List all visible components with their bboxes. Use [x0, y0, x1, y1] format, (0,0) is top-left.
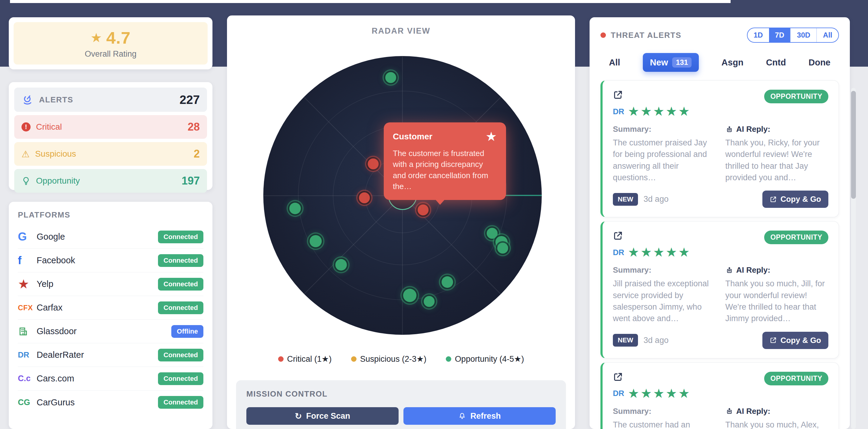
opportunity-badge: OPPORTUNITY: [764, 231, 828, 244]
threat-alert-card[interactable]: OPPORTUNITY DR ★★★★★ Summary: Jill prais…: [600, 221, 839, 358]
overall-rating-card: ★ 4.7 Overall Rating: [9, 17, 213, 69]
scrollbar-thumb[interactable]: [851, 91, 856, 199]
alert-row-suspicious[interactable]: ⚠ Suspicious 2: [14, 142, 207, 166]
external-link-icon: [770, 337, 777, 344]
star-rating: ★★★★★: [628, 105, 691, 118]
radar-dish-icon: [22, 94, 34, 106]
radar-dot-opportunity[interactable]: [424, 296, 435, 307]
alert-row-opportunity[interactable]: Opportunity 197: [14, 169, 207, 193]
legend-opportunity-dot: [446, 356, 451, 362]
critical-count: 28: [188, 121, 200, 133]
dealerrater-icon: DR: [18, 350, 37, 360]
timestamp: 3d ago: [644, 195, 762, 204]
platform-row-yelp[interactable]: ★ Yelp Connected: [18, 273, 204, 296]
legend-label: Opportunity (4-5★): [455, 354, 524, 364]
top-header-strip: [10, 0, 731, 3]
platform-tag-dr: DR: [613, 107, 624, 116]
refresh-button[interactable]: Refresh: [403, 407, 556, 425]
robot-icon: [725, 266, 733, 274]
platform-name: Cars.com: [37, 374, 158, 383]
status-badge: Connected: [158, 278, 204, 290]
platforms-title: PLATFORMS: [18, 210, 204, 220]
tab-cntd[interactable]: Cntd: [766, 58, 786, 67]
platform-row-cargurus[interactable]: CG CarGurus Connected: [18, 391, 204, 414]
ai-reply-label: AI Reply:: [725, 407, 828, 416]
radar-display[interactable]: SP Customer ★ The customer is frustrated…: [263, 56, 542, 335]
ai-reply-text: Thank you so much, Jill, for your wonder…: [725, 278, 828, 324]
external-link-icon[interactable]: [613, 90, 623, 100]
legend-opportunity: Opportunity (4-5★): [446, 354, 524, 364]
radar-dot-opportunity[interactable]: [289, 203, 301, 214]
platform-row-carscom[interactable]: C.c Cars.com Connected: [18, 367, 204, 391]
time-filter-group: 1D 7D 30D All: [747, 28, 839, 43]
platform-name: DealerRater: [37, 350, 158, 360]
radar-view-title: RADAR VIEW: [227, 16, 575, 36]
radar-tooltip[interactable]: Customer ★ The customer is frustrated wi…: [384, 122, 506, 200]
platform-row-glassdoor[interactable]: Glassdoor Offline: [18, 320, 204, 343]
platform-name: Glassdoor: [37, 326, 171, 336]
platform-row-facebook[interactable]: f Facebook Connected: [18, 249, 204, 273]
rating-star-icon: ★: [91, 31, 103, 44]
alerts-total: 227: [180, 93, 200, 107]
refresh-arrow-icon: ↻: [295, 411, 302, 421]
time-filter-all[interactable]: All: [816, 28, 838, 42]
time-filter-1d[interactable]: 1D: [748, 28, 769, 42]
threat-alerts-panel: THREAT ALERTS 1D 7D 30D All All New 131 …: [590, 17, 850, 429]
radar-panel: RADAR VIEW SP Customer ★ The customer: [227, 16, 575, 429]
external-link-icon: [770, 196, 777, 203]
legend-critical-dot: [278, 356, 284, 362]
platform-row-carfax[interactable]: CFX Carfax Connected: [18, 296, 204, 320]
tab-new[interactable]: New 131: [643, 53, 699, 72]
platform-row-google[interactable]: G Google Connected: [18, 225, 204, 249]
ai-reply-label-text: AI Reply:: [736, 265, 771, 275]
platform-row-dealerrater[interactable]: DR DealerRater Connected: [18, 343, 204, 367]
radar-dot-opportunity[interactable]: [497, 243, 508, 254]
legend-critical: Critical (1★): [278, 354, 332, 364]
new-status-badge: NEW: [613, 193, 638, 206]
radar-dot-opportunity[interactable]: [441, 276, 453, 288]
radar-dot-critical[interactable]: [359, 192, 370, 203]
threat-alert-card[interactable]: OPPORTUNITY DR ★★★★★ Summary: The custom…: [600, 362, 839, 429]
radar-legend: Critical (1★) Suspicious (2-3★) Opportun…: [227, 354, 575, 364]
new-status-badge: NEW: [613, 334, 638, 347]
time-filter-7d[interactable]: 7D: [769, 28, 790, 42]
carscom-icon: C.c: [18, 374, 37, 383]
summary-label: Summary:: [613, 407, 712, 416]
radar-dot-critical[interactable]: [417, 204, 429, 216]
legend-suspicious: Suspicious (2-3★): [351, 354, 427, 364]
external-link-icon[interactable]: [613, 231, 623, 241]
copy-and-go-button[interactable]: Copy & Go: [763, 191, 828, 208]
tab-asgn[interactable]: Asgn: [721, 58, 744, 67]
tab-done[interactable]: Done: [808, 58, 831, 67]
refresh-label: Refresh: [470, 411, 501, 421]
radar-dot-opportunity[interactable]: [385, 72, 396, 83]
radar-dot-critical[interactable]: [368, 159, 379, 169]
force-scan-button[interactable]: ↻ Force Scan: [246, 407, 399, 425]
radar-dot-opportunity[interactable]: [335, 259, 347, 270]
platform-tag-dr: DR: [613, 248, 624, 257]
ai-reply-label: AI Reply:: [725, 265, 828, 275]
status-badge: Connected: [158, 372, 204, 385]
opportunity-badge: OPPORTUNITY: [764, 90, 828, 103]
platform-name: Google: [37, 232, 158, 242]
copy-and-go-button[interactable]: Copy & Go: [763, 332, 828, 349]
radar-dot-opportunity[interactable]: [310, 235, 322, 247]
radar-dot-opportunity[interactable]: [403, 289, 416, 302]
robot-icon: [725, 125, 733, 133]
external-link-icon[interactable]: [613, 372, 623, 382]
threat-tabs: All New 131 Asgn Cntd Done: [600, 53, 839, 72]
platform-name: Yelp: [37, 279, 158, 289]
alert-row-critical[interactable]: ! Critical 28: [14, 115, 207, 139]
google-icon: G: [18, 230, 37, 243]
star-rating: ★★★★★: [628, 246, 691, 259]
time-filter-30d[interactable]: 30D: [790, 28, 816, 42]
legend-label: Suspicious (2-3★): [360, 354, 427, 364]
radar-dot-opportunity[interactable]: [487, 228, 498, 239]
cargurus-icon: CG: [18, 398, 37, 407]
tab-new-label: New: [650, 58, 668, 67]
platform-name: Facebook: [37, 255, 158, 265]
threat-alert-card[interactable]: OPPORTUNITY DR ★★★★★ Summary: The custom…: [600, 80, 839, 217]
summary-label: Summary:: [613, 124, 712, 134]
tab-all[interactable]: All: [609, 58, 620, 67]
lightbulb-icon: [22, 176, 31, 185]
